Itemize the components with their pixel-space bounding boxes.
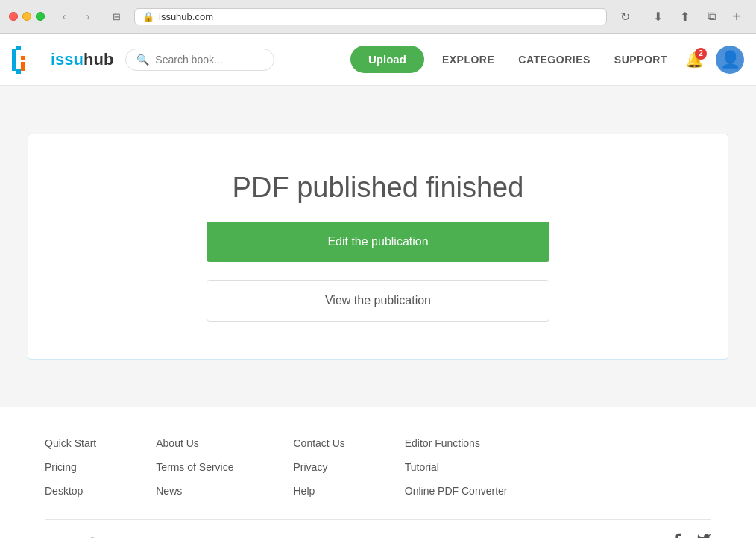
privacy-link[interactable]: Privacy xyxy=(294,461,345,473)
traffic-lights xyxy=(9,12,45,21)
reload-btn[interactable]: ↻ xyxy=(613,6,637,27)
footer-col-3: Contact Us Privacy Help xyxy=(294,437,345,497)
maximize-window-btn[interactable] xyxy=(36,12,45,21)
facebook-link[interactable] xyxy=(670,532,684,538)
pricing-link[interactable]: Pricing xyxy=(45,461,96,473)
terms-link[interactable]: Terms of Service xyxy=(156,461,233,473)
categories-link[interactable]: CATEGORIES xyxy=(512,54,596,66)
desktop-link[interactable]: Desktop xyxy=(45,485,96,497)
notification-badge: 2 xyxy=(695,48,707,60)
logo-text: issuhub xyxy=(51,50,113,69)
svg-rect-4 xyxy=(21,62,25,71)
download-btn[interactable]: ⬇ xyxy=(646,6,670,27)
minimize-window-btn[interactable] xyxy=(22,12,31,21)
navbar: issuhub 🔍 Upload EXPLORE CATEGORIES SUPP… xyxy=(0,34,756,86)
news-link[interactable]: News xyxy=(156,485,233,497)
share-btn[interactable]: ⬆ xyxy=(672,6,696,27)
main-content: PDF published finished Edit the publicat… xyxy=(0,86,756,407)
footer-links: Quick Start Pricing Desktop About Us Ter… xyxy=(45,437,711,497)
svg-rect-1 xyxy=(16,46,21,50)
quick-start-link[interactable]: Quick Start xyxy=(45,437,96,449)
contact-us-link[interactable]: Contact Us xyxy=(294,437,345,449)
avatar-image: 👤 xyxy=(720,50,740,69)
page-title: PDF published finished xyxy=(233,172,524,204)
edit-publication-button[interactable]: Edit the publication xyxy=(207,222,549,262)
pdf-converter-link[interactable]: Online PDF Converter xyxy=(405,485,508,497)
help-link[interactable]: Help xyxy=(294,485,345,497)
social-links xyxy=(670,532,711,538)
tutorial-link[interactable]: Tutorial xyxy=(405,461,508,473)
editor-functions-link[interactable]: Editor Functions xyxy=(405,437,508,449)
fullscreen-btn[interactable]: ⧉ xyxy=(699,6,723,27)
notification-button[interactable]: 🔔 2 xyxy=(685,51,704,69)
svg-rect-0 xyxy=(12,49,16,71)
footer: Quick Start Pricing Desktop About Us Ter… xyxy=(0,407,756,538)
close-window-btn[interactable] xyxy=(9,12,18,21)
svg-rect-2 xyxy=(16,69,21,74)
search-icon: 🔍 xyxy=(136,54,149,66)
footer-col-4: Editor Functions Tutorial Online PDF Con… xyxy=(405,437,508,497)
twitter-icon xyxy=(696,534,711,538)
search-input[interactable] xyxy=(155,54,267,66)
about-us-link[interactable]: About Us xyxy=(156,437,233,449)
support-link[interactable]: SUPPORT xyxy=(608,54,673,66)
avatar-button[interactable]: 👤 xyxy=(716,46,744,74)
footer-col-1: Quick Start Pricing Desktop xyxy=(45,437,96,497)
sidebar-btn[interactable]: ⊟ xyxy=(104,8,128,25)
facebook-icon xyxy=(670,534,684,538)
app-container: issuhub 🔍 Upload EXPLORE CATEGORIES SUPP… xyxy=(0,34,756,538)
footer-bottom: Copyright © 2020 Issuhub. xyxy=(45,519,711,538)
back-btn[interactable]: ‹ xyxy=(54,8,75,25)
logo-icon xyxy=(12,46,45,74)
footer-col-2: About Us Terms of Service News xyxy=(156,437,233,497)
new-tab-btn[interactable]: + xyxy=(726,6,747,27)
twitter-link[interactable] xyxy=(696,532,711,538)
svg-rect-3 xyxy=(21,56,25,60)
forward-btn[interactable]: › xyxy=(78,8,98,25)
logo[interactable]: issuhub xyxy=(12,46,113,74)
browser-chrome: ‹ › ⊟ 🔒 issuhub.com ↻ ⬇ ⬆ ⧉ + xyxy=(0,0,756,34)
address-bar[interactable]: 🔒 issuhub.com xyxy=(134,8,607,25)
lock-icon: 🔒 xyxy=(142,11,154,22)
explore-link[interactable]: EXPLORE xyxy=(436,54,500,66)
success-card: PDF published finished Edit the publicat… xyxy=(28,134,728,360)
url-text: issuhub.com xyxy=(159,11,213,22)
search-box: 🔍 xyxy=(125,49,274,71)
view-publication-button[interactable]: View the publication xyxy=(207,280,549,322)
upload-button[interactable]: Upload xyxy=(350,46,424,73)
